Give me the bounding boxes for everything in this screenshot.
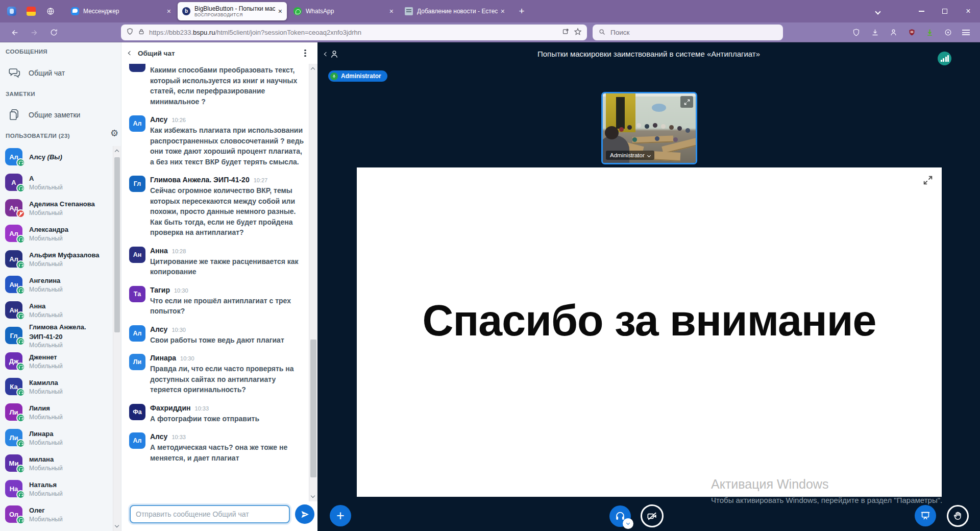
tab-close-icon[interactable]: × [278,7,282,15]
user-list-item[interactable]: Ал Александра Мобильный [0,221,113,246]
avatar: Ал [5,225,22,242]
manage-users-gear-icon[interactable]: ⚙ [110,129,118,138]
chat-scrollbar[interactable] [309,64,317,501]
message-sender: Алсу [150,325,167,333]
webcam-name-label[interactable]: Administrator [606,151,654,160]
sidebar-item-shared-notes[interactable]: Общие заметки [0,105,121,125]
user-list-item[interactable]: Ад Аделина Степанова Мобильный [0,195,113,221]
user-list-item[interactable]: Ан Ангелина Мобильный [0,272,113,297]
search-icon [598,28,606,37]
avatar: Ли [5,429,22,446]
user-list-item[interactable]: Ли Лилия Мобильный [0,399,113,425]
leave-audio-button[interactable] [609,505,631,527]
scrollbar-thumb[interactable] [114,157,120,332]
raise-hand-button[interactable] [947,505,969,527]
downloads-icon[interactable] [869,26,881,39]
maximize-button[interactable] [933,0,957,22]
lock-icon[interactable] [138,28,145,37]
user-list-item[interactable]: А А Мобильный [0,170,113,195]
tab-favicon [405,7,413,15]
pinned-tab-globe-icon[interactable] [46,7,55,16]
webcam-video[interactable]: Administrator [601,92,697,164]
scroll-up-icon[interactable] [311,67,315,71]
minimize-button[interactable] [910,0,933,22]
audio-options-chevron-icon[interactable] [623,518,633,529]
presentation-area: Попытки маскировки заимствований в систе… [317,42,980,531]
pinned-tab-blue-app-icon[interactable] [7,7,16,16]
tab-close-icon[interactable]: × [167,7,171,15]
sidebar-item-public-chat[interactable]: Общий чат [0,63,121,83]
user-list-item[interactable]: Ми милана Мобильный [0,450,113,476]
reload-button[interactable] [46,25,61,40]
url-bar[interactable]: https://bbb233.bspu.ru/html5client/join?… [121,25,587,40]
user-name: Ангелина [29,277,60,284]
tab-close-icon[interactable]: × [501,7,505,15]
menu-hamburger-icon[interactable] [960,26,972,39]
scroll-down-icon[interactable] [115,523,119,527]
user-list-item[interactable]: Ан Анна Мобильный [0,297,113,323]
browser-tab[interactable]: WhatsApp × [289,2,398,20]
user-name: Анна [29,302,45,310]
restore-presentation-button[interactable] [915,505,936,526]
message-text: А методическая часть? она же тоже не мен… [150,442,306,463]
user-list-item[interactable]: Ал Алсу (Вы) [0,144,113,170]
talker-name: Administrator [341,73,381,80]
slide-canvas[interactable]: Спасибо за внимание Активация Windows [357,167,942,497]
message-sender: Линара [150,354,176,362]
avatar: Ан [5,276,22,293]
scroll-down-icon[interactable] [311,494,315,498]
sidebar-scrollbar[interactable] [113,146,121,531]
presentation-fullscreen-icon[interactable] [921,174,935,187]
avatar: Ал [129,115,145,132]
chat-back-icon[interactable] [128,51,132,55]
avatar: Ад [5,199,22,216]
user-name: Наталья [29,481,57,489]
user-status-badge-icon [16,388,25,397]
message-time: 10:26 [172,117,186,123]
chat-options-kebab-icon[interactable] [300,48,310,58]
talking-indicator[interactable]: Administrator [328,70,387,82]
message-time: 10:27 [254,177,268,183]
page-action-icon[interactable] [562,28,570,37]
extension-icon[interactable] [942,26,954,39]
user-status-badge-icon [16,286,25,295]
forward-button[interactable] [27,25,42,40]
protections-shield-icon[interactable] [850,26,863,39]
messages-section-header: СООБЩЕНИЯ [6,49,47,55]
browser-tab[interactable]: Добавление новости - Естест × [400,2,509,20]
new-tab-button[interactable]: + [513,3,530,19]
account-icon[interactable] [887,26,900,39]
user-list-item[interactable]: Дж Дженнет Мобильный [0,348,113,374]
url-text[interactable]: https://bbb233.bspu.ru/html5client/join?… [149,29,558,36]
bookmark-star-icon[interactable] [574,28,582,38]
search-bar[interactable]: Поиск [593,25,783,40]
scroll-up-icon[interactable] [115,150,119,154]
tab-close-icon[interactable]: × [389,7,394,15]
share-webcam-button[interactable] [641,504,664,527]
pinned-tab-mail-icon[interactable] [27,7,36,16]
browser-tab[interactable]: BigBlueButton - Попытки маск ВОСПРОИЗВОД… [178,2,287,20]
message-input[interactable] [130,505,290,523]
user-list-item[interactable]: Ка Камилла Мобильный [0,374,113,399]
public-chat-panel: Общий чат Какими способами преобразовать… [121,42,317,531]
back-button[interactable] [7,25,22,40]
close-window-button[interactable]: × [957,0,980,22]
user-list-item[interactable]: Ли Линара Мобильный [0,425,113,450]
browser-tab[interactable]: Мессенджер × [66,2,176,20]
webcam-fullscreen-icon[interactable] [680,96,693,108]
user-status-badge-icon [16,465,25,473]
user-list-item[interactable]: Ал Альфия Муфазалова Мобильный [0,246,113,272]
user-list-item[interactable]: Ол Олег Мобильный [0,501,113,527]
connection-status-icon[interactable] [938,52,951,65]
savefrom-extension-icon[interactable] [923,26,936,39]
scrollbar-thumb[interactable] [310,340,316,477]
send-message-button[interactable] [295,504,314,524]
actions-plus-button[interactable]: + [330,505,351,526]
browser-window: Мессенджер × BigBlueButton - Попытки мас… [0,0,980,531]
tab-overview-chevron-icon[interactable] [876,7,880,16]
ublock-extension-icon[interactable] [905,26,918,39]
user-list-item[interactable]: На Наталья Мобильный [0,476,113,501]
avatar: Ан [129,247,145,263]
user-list-item[interactable]: Гл Глимова Анжела. ЭИП-41-20 Мобильный [0,323,113,348]
tracking-protection-shield-icon[interactable] [126,28,134,37]
